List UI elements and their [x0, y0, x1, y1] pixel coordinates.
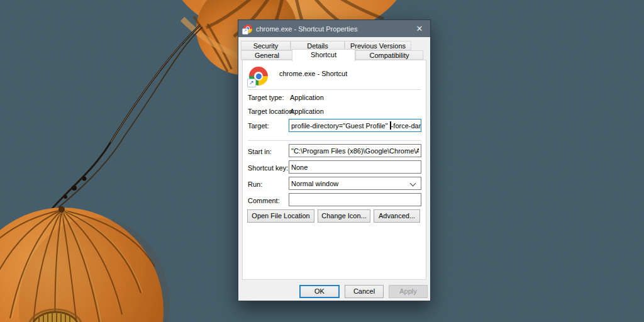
- target-input[interactable]: profile-directory="Guest Profile" -force…: [289, 119, 421, 132]
- window-title: chrome.exe - Shortcut Properties: [256, 25, 357, 33]
- shortcut-properties-dialog: ↗ chrome.exe - Shortcut Properties ✕ Sec…: [238, 19, 431, 301]
- tab-security[interactable]: Security: [241, 41, 291, 50]
- tab-compatibility[interactable]: Compatibility: [355, 50, 423, 60]
- open-file-location-button[interactable]: Open File Location: [247, 209, 314, 223]
- apply-button[interactable]: Apply: [389, 285, 428, 298]
- shortcut-tab-page: ↗ chrome.exe - Shortcut Target type: App…: [242, 60, 426, 280]
- start-in-label: Start in:: [248, 148, 272, 155]
- ok-button[interactable]: OK: [299, 285, 340, 298]
- tab-general[interactable]: General: [241, 50, 293, 60]
- target-location-label: Target location:: [248, 108, 295, 115]
- target-text-before-cursor: profile-directory="Guest Profile": [291, 122, 390, 130]
- shortcut-key-label: Shortcut key:: [248, 164, 288, 172]
- shortcut-key-input[interactable]: [289, 160, 421, 174]
- target-label: Target:: [248, 122, 269, 130]
- run-selected-value: Normal window: [291, 180, 338, 187]
- comment-input[interactable]: [289, 193, 421, 206]
- comment-label: Comment:: [248, 197, 280, 204]
- divider: [248, 140, 421, 141]
- target-location-value: Application: [290, 108, 324, 115]
- chrome-app-icon: ↗: [243, 25, 252, 33]
- cancel-button[interactable]: Cancel: [345, 285, 384, 298]
- desktop: { "colors": { "desktop_base": "#4a6471",…: [0, 0, 644, 322]
- shortcut-arrow-icon: ↗: [242, 28, 248, 35]
- target-type-label: Target type:: [248, 94, 284, 101]
- change-icon-button[interactable]: Change Icon...: [318, 209, 370, 223]
- file-name-label: chrome.exe - Shortcut: [279, 70, 347, 77]
- shortcut-arrow-icon: ↗: [247, 79, 256, 87]
- target-type-value: Application: [290, 94, 324, 101]
- start-in-input[interactable]: [289, 144, 421, 157]
- run-label: Run:: [248, 180, 262, 188]
- chrome-file-icon: ↗: [249, 67, 268, 86]
- close-icon[interactable]: ✕: [409, 20, 430, 37]
- dialog-titlebar[interactable]: ↗ chrome.exe - Shortcut Properties ✕: [238, 20, 430, 37]
- tab-shortcut[interactable]: Shortcut: [292, 49, 355, 61]
- run-dropdown[interactable]: Normal window: [289, 177, 421, 190]
- target-text-after-cursor: -force-dark-mode: [391, 122, 421, 130]
- chevron-down-icon: [410, 180, 416, 187]
- divider: [248, 89, 421, 90]
- advanced-button[interactable]: Advanced...: [374, 209, 420, 223]
